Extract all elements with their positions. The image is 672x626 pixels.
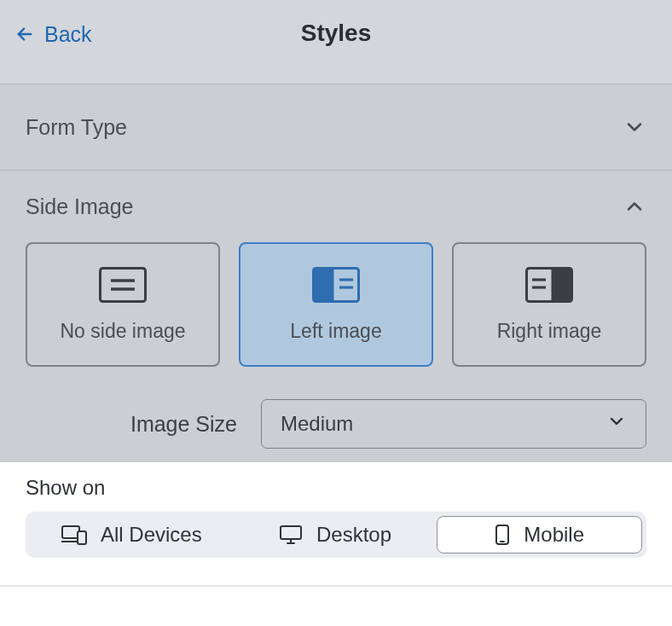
page-title: Styles <box>301 20 372 47</box>
arrow-left-icon <box>15 22 34 49</box>
image-size-label: Image Size <box>130 412 237 437</box>
svg-rect-14 <box>78 531 86 544</box>
option-right-image[interactable]: Right image <box>452 242 646 367</box>
svg-rect-5 <box>314 268 334 301</box>
chevron-up-icon <box>623 194 646 218</box>
segment-mobile[interactable]: Mobile <box>437 516 642 554</box>
right-image-icon <box>525 267 573 303</box>
form-type-label: Form Type <box>26 115 127 140</box>
accordion-side-image[interactable]: Side Image <box>0 171 672 242</box>
desktop-icon <box>279 525 303 545</box>
image-size-row: Image Size Medium <box>0 394 672 462</box>
option-label: Left image <box>290 320 381 343</box>
device-segmented-control: All Devices Desktop <box>26 512 646 558</box>
no-side-image-icon <box>99 267 147 303</box>
styles-panel: Form Type Side Image <box>0 84 672 462</box>
segment-all-devices[interactable]: All Devices <box>30 516 234 554</box>
option-left-image[interactable]: Left image <box>239 242 433 367</box>
side-image-options: No side image Left image <box>0 242 672 394</box>
segment-label: All Devices <box>101 523 202 547</box>
image-size-value: Medium <box>281 412 353 436</box>
chevron-down-icon <box>623 115 646 139</box>
option-label: No side image <box>60 320 185 343</box>
back-button[interactable]: Back <box>15 0 92 84</box>
side-image-label: Side Image <box>26 194 133 219</box>
svg-rect-15 <box>281 526 301 539</box>
segment-label: Mobile <box>524 523 584 547</box>
image-size-select[interactable]: Medium <box>261 399 646 449</box>
back-label: Back <box>44 22 92 47</box>
option-label: Right image <box>497 320 602 343</box>
segment-desktop[interactable]: Desktop <box>234 516 437 554</box>
show-on-label: Show on <box>26 476 646 500</box>
svg-rect-1 <box>101 268 146 301</box>
mobile-icon <box>495 524 510 546</box>
chevron-down-icon <box>606 411 627 437</box>
devices-icon <box>61 525 87 545</box>
accordion-form-type[interactable]: Form Type <box>0 84 672 171</box>
header-bar: Back Styles <box>0 0 672 84</box>
svg-rect-9 <box>552 268 572 301</box>
show-on-section: Show on All Devices <box>0 462 672 587</box>
option-no-side-image[interactable]: No side image <box>26 242 220 367</box>
left-image-icon <box>312 267 360 303</box>
segment-label: Desktop <box>316 523 391 547</box>
